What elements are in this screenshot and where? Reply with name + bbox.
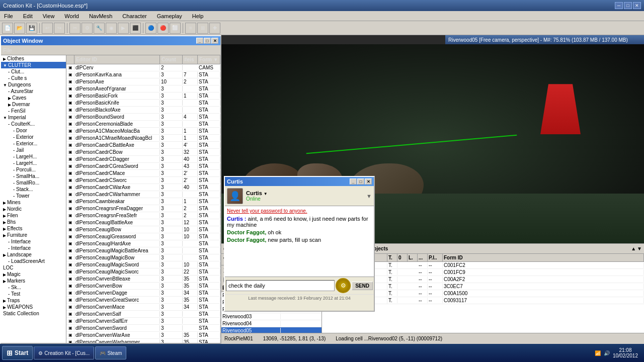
- undo-button[interactable]: ↩: [42, 23, 53, 34]
- new-button[interactable]: 📄: [2, 23, 13, 34]
- rcol-t[interactable]: T.: [387, 254, 397, 261]
- tree-item-32[interactable]: LOC: [1, 264, 66, 271]
- list-row[interactable]: ▣ dlPersonCeremoniaBlade 3 STA: [66, 121, 220, 128]
- tool12[interactable]: ✚: [209, 23, 220, 34]
- list-row[interactable]: ▣ dlPersonCwrvenSalfErr 3 STA: [66, 318, 220, 325]
- col-editorid[interactable]: Editor ID: [74, 55, 160, 64]
- obj-win-minimize[interactable]: _: [196, 38, 203, 44]
- list-row[interactable]: ▣ dlPersonCaedrCGreaSword 3 43 STA: [66, 163, 220, 170]
- tree-item-21[interactable]: - Tower: [1, 193, 66, 199]
- list-row[interactable]: ▣ dlPersonCeauglHardAxe 3 STA: [66, 240, 220, 247]
- tree-item-16[interactable]: - LargeH...: [1, 160, 66, 166]
- tree-item-14[interactable]: - Jail: [1, 147, 66, 153]
- list-row[interactable]: ▣ dlPersonBasicKnife 3 STA: [66, 100, 220, 107]
- tool5[interactable]: ▶: [118, 23, 129, 34]
- list-row[interactable]: ▣ dlPersonAxe 10 2 STA: [66, 78, 220, 85]
- tree-item-38[interactable]: ▶WEAPONS: [1, 304, 66, 310]
- tree-item-19[interactable]: - SmallRo...: [1, 179, 66, 186]
- list-row[interactable]: ▣ dlPersonCeauglMagicSworc 3 22 STA: [66, 268, 220, 276]
- tree-item-36[interactable]: - Test: [1, 291, 66, 297]
- list-row[interactable]: ▣ dlPersonCwrvenWarhammer 3 35 STA: [66, 339, 220, 343]
- close-button[interactable]: ✕: [633, 2, 641, 9]
- tool6[interactable]: ⬛: [130, 23, 141, 34]
- tree-item-26[interactable]: ▶Effects: [1, 225, 66, 232]
- list-row[interactable]: ▣ dlPersonCeauglBattleAxe 3 12 STA: [66, 219, 220, 226]
- chat-input-field[interactable]: [226, 280, 335, 291]
- list-row[interactable]: ▣ dlPersonCaedrCBow 3 32 STA: [66, 149, 220, 156]
- send-button[interactable]: SEND: [352, 282, 373, 290]
- tree-item-29[interactable]: - Interface: [1, 245, 66, 251]
- tree-item-17[interactable]: - Porculi...: [1, 166, 66, 173]
- tree-item-34[interactable]: ▶Markers: [1, 278, 66, 284]
- list-row[interactable]: ▣ dlPersonCwrvenGreatSworc 3 35 STA: [66, 297, 220, 304]
- list-row[interactable]: ▣ dlPersonCaedrCWarhammer 3 STA: [66, 191, 220, 198]
- rcol-0[interactable]: 0: [397, 254, 408, 261]
- tool3[interactable]: 🔧: [94, 23, 105, 34]
- chat-maximize[interactable]: □: [357, 178, 364, 185]
- tree-item-11[interactable]: - Door: [1, 127, 66, 134]
- list-row[interactable]: ▣ dlPersonCreagrsnFreaStefr 3 2 STA: [66, 212, 220, 219]
- obj-win-maximize[interactable]: □: [204, 38, 211, 44]
- tool2[interactable]: ⚙: [82, 23, 93, 34]
- tree-item-13[interactable]: - Exterior...: [1, 140, 66, 147]
- tree-item-1[interactable]: ▼CLUTTER: [1, 62, 66, 68]
- list-row[interactable]: ▣ dlPersonBasicFork 3 1 STA: [66, 93, 220, 100]
- rcol-l[interactable]: L.: [408, 254, 418, 261]
- dropdown-icon[interactable]: ▼: [264, 192, 268, 196]
- list-row[interactable]: ▣ dlPersonCaedrCSworc 3 2' STA: [66, 177, 220, 184]
- list-row[interactable]: ▣ dlPCerv 2 CAMS: [66, 64, 220, 71]
- tree-item-0[interactable]: ▶Clothes: [1, 55, 66, 62]
- tree-item-39[interactable]: Static Collection: [1, 310, 66, 317]
- list-row[interactable]: ▣ dlPersonCeauglMagicBow 3 STA: [66, 254, 220, 261]
- tree-item-7[interactable]: ▶Dvernar: [1, 101, 66, 108]
- list-row[interactable]: ▣ dlPersonBoundSword 3 4 STA: [66, 114, 220, 121]
- obj-win-close[interactable]: ✕: [211, 38, 218, 44]
- list-row[interactable]: ▣ dlPersonAxeofYgranar 3 STA: [66, 85, 220, 93]
- tree-item-23[interactable]: ▶Nordic: [1, 206, 66, 212]
- tree-item-30[interactable]: ▶Landscape: [1, 251, 66, 258]
- tree-item-10[interactable]: - CoulterK...: [1, 121, 66, 127]
- col-refs[interactable]: #eis: [183, 55, 198, 64]
- rcol-pi[interactable]: P.I..: [428, 254, 443, 261]
- menu-view[interactable]: View: [41, 13, 57, 20]
- list-row[interactable]: ▣ dlPersonCwrvenSalf 3 STA: [66, 311, 220, 318]
- tree-item-31[interactable]: - LoadScreenArt: [1, 258, 66, 264]
- list-row[interactable]: ▣ dlPersonCwrvenSword 3 STA: [66, 325, 220, 332]
- tree-item-12[interactable]: - Exterior: [1, 134, 66, 140]
- menu-edit[interactable]: Edit: [21, 13, 35, 20]
- chat-close[interactable]: ✕: [365, 178, 372, 185]
- menu-navmesh[interactable]: NavMesh: [87, 13, 114, 20]
- tree-item-2[interactable]: - Clut...: [1, 68, 66, 75]
- col-icon[interactable]: [66, 55, 74, 64]
- chat-settings-icon[interactable]: ▼: [366, 193, 372, 199]
- tree-item-5[interactable]: - AzureStar: [1, 88, 66, 95]
- list-row[interactable]: ▣ dlPersonCwrvenBtlleaxe 3 35 STA: [66, 276, 220, 283]
- redo-button[interactable]: ↪: [54, 23, 65, 34]
- menu-gameplay[interactable]: Gameplay: [155, 13, 184, 20]
- open-button[interactable]: 📂: [14, 23, 25, 34]
- list-row[interactable]: ▣ dlPersonCeauglMagicBattleArea 3 STA: [66, 247, 220, 254]
- tree-item-22[interactable]: ▶Mines: [1, 199, 66, 206]
- rcol-formid[interactable]: Form ID: [443, 254, 644, 261]
- tree-item-18[interactable]: - SmallHa...: [1, 173, 66, 179]
- tree-item-37[interactable]: ▶Traps: [1, 297, 66, 304]
- list-row[interactable]: ▣ dlPersonCawnbieakar 3 1 STA: [66, 198, 220, 205]
- tree-item-9[interactable]: ▼Imperial: [1, 114, 66, 121]
- list-row[interactable]: ▣ dlPersonA1CMraelMoaedNoagBcl 3 1 STA: [66, 135, 220, 142]
- list-row[interactable]: ▣ dlPersonCaedrCDagger 3 40 STA: [66, 156, 220, 163]
- tree-item-20[interactable]: - Stack...: [1, 186, 66, 193]
- tree-item-28[interactable]: - Interface: [1, 238, 66, 245]
- list-row[interactable]: ▣ dlPersonBlackofAxe 3 STA: [66, 107, 220, 114]
- list-row[interactable]: ▣ dlPersonCaedrCMace 3 2' STA: [66, 170, 220, 177]
- maximize-button[interactable]: □: [624, 2, 632, 9]
- tool7[interactable]: 🔵: [145, 23, 156, 34]
- tree-item-33[interactable]: ▶Magic: [1, 271, 66, 278]
- menu-help[interactable]: Help: [190, 13, 206, 20]
- scroll-up[interactable]: ▲: [631, 246, 636, 251]
- taskbar-creation-kit[interactable]: ⚙ Creation Kit - [Cus...: [34, 346, 94, 359]
- taskbar-steam[interactable]: 🎮 Steam: [95, 346, 126, 359]
- list-row[interactable]: ▣ dlPersonCeauglBow 3 10 STA: [66, 226, 220, 233]
- col-count[interactable]: Count: [160, 55, 183, 64]
- tool8[interactable]: 🔴: [157, 23, 169, 34]
- list-row[interactable]: ▣ dlPersonKavrKa.ana 3 7 STA: [66, 71, 220, 78]
